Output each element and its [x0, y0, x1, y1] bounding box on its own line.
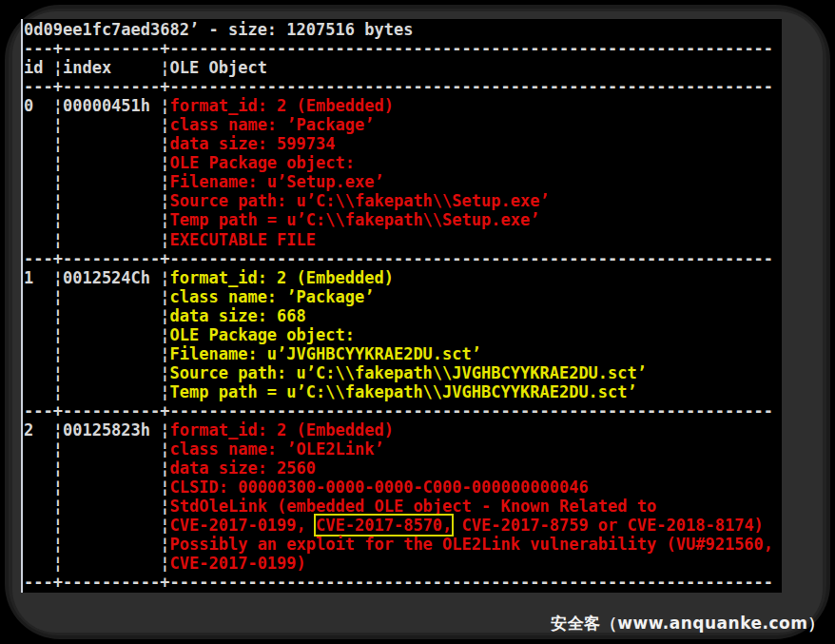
terminal-line: ¦¦Filename: u’JVGHBCYYKRAE2DU.sct’ [24, 344, 782, 363]
terminal-line: ¦¦data size: 668 [24, 306, 782, 325]
terminal-line: ¦¦Filename: u’Setup.exe’ [24, 172, 782, 191]
terminal-line: 1¦0012524Ch¦format_id: 2 (Embedded) [24, 268, 782, 287]
terminal-line: ¦¦Temp path = u’C:\\fakepath\\Setup.exe’ [24, 210, 782, 229]
terminal-line: ¦¦CLSID: 00000300-0000-0000-C000-0000000… [24, 478, 782, 497]
separator-line: ---+----------+-------------------------… [24, 39, 782, 58]
terminal-line: ¦¦CVE-2017-0199) [24, 554, 782, 573]
highlight-box: CVE-2017-8570, [316, 516, 452, 535]
terminal-line: 0d09ee1fc7aed3682’ - size: 1207516 bytes [24, 20, 782, 39]
terminal-line: ¦¦CVE-2017-0199, CVE-2017-8570, CVE-2017… [24, 516, 782, 535]
separator-line: ---+----------+-------------------------… [24, 77, 782, 96]
terminal-line: ¦¦StdOleLink (embedded OLE object - Know… [24, 497, 782, 516]
terminal-line: ¦¦Source path: u’C:\\fakepath\\JVGHBCYYK… [24, 363, 782, 382]
terminal-line: 0¦00000451h¦format_id: 2 (Embedded) [24, 96, 782, 115]
terminal-line: id¦index¦OLE Object [24, 58, 782, 77]
terminal-output: 0d09ee1fc7aed3682’ - size: 1207516 bytes… [24, 20, 782, 592]
terminal-line: ¦¦data size: 2560 [24, 459, 782, 478]
terminal-line: ¦¦Temp path = u’C:\\fakepath\\JVGHBCYYKR… [24, 382, 782, 401]
terminal-line: ¦¦class name: ’Package’ [24, 115, 782, 134]
terminal-line: ¦¦class name: ’Package’ [24, 287, 782, 306]
terminal-line: ¦¦OLE Package object: [24, 153, 782, 172]
separator-line: ---+----------+-------------------------… [24, 573, 782, 592]
terminal-window: 0d09ee1fc7aed3682’ - size: 1207516 bytes… [21, 19, 782, 593]
watermark-text: 安全客（www.anquanke.com） [551, 613, 825, 634]
separator-line: ---+----------+-------------------------… [24, 401, 782, 420]
terminal-line: ¦¦data size: 599734 [24, 134, 782, 153]
terminal-line: ¦¦class name: ’OLE2Link’ [24, 439, 782, 459]
terminal-line: 2¦00125823h¦format_id: 2 (Embedded) [24, 420, 782, 439]
terminal-line: ¦¦OLE Package object: [24, 325, 782, 344]
terminal-line: ¦¦Source path: u’C:\\fakepath\\Setup.exe… [24, 191, 782, 210]
separator-line: ---+----------+-------------------------… [24, 249, 782, 268]
screenshot-canvas: { "colors": { "white": "#d8d8d8", "red":… [0, 0, 835, 644]
terminal-line: ¦¦Possibly an exploit for the OLE2Link v… [24, 535, 782, 554]
terminal-line: ¦¦EXECUTABLE FILE [24, 230, 782, 249]
